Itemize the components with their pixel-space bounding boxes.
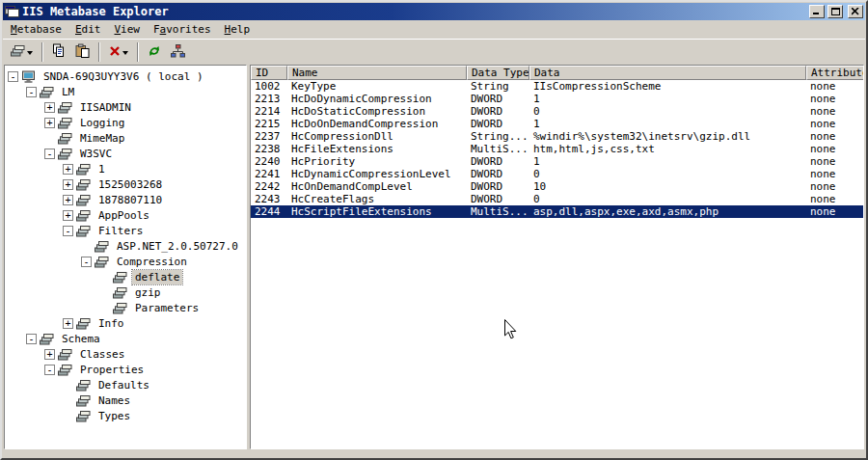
- expand-box[interactable]: +: [63, 164, 73, 175]
- menu-item-edit[interactable]: Edit: [68, 21, 108, 38]
- menu-item-view[interactable]: View: [107, 21, 147, 38]
- tree-item-deflate[interactable]: deflate: [8, 269, 246, 284]
- tree-item-filters[interactable]: -Filters: [8, 223, 246, 238]
- tree-label: Info: [95, 316, 127, 331]
- paste-button[interactable]: [70, 41, 95, 63]
- tree-item-asp-net-2-0-50727-0[interactable]: ASP.NET_2.0.50727.0: [8, 238, 246, 254]
- tree-item-types[interactable]: Types: [8, 408, 246, 423]
- tree-indent: [8, 200, 63, 201]
- expand-box[interactable]: +: [63, 179, 73, 190]
- copy-button[interactable]: [47, 41, 70, 63]
- tree-item-snda-69q3uyy3v6-local[interactable]: -SNDA-69Q3UYY3V6 ( local ): [8, 68, 246, 84]
- toolbar-separator: [41, 42, 43, 62]
- cell-id: 2237: [251, 130, 287, 143]
- tree-indent: [8, 400, 63, 401]
- tree-item-info[interactable]: +Info: [8, 315, 246, 331]
- tree-item-iisadmin[interactable]: +IISADMIN: [8, 99, 246, 115]
- column-header-id[interactable]: ID: [251, 66, 287, 80]
- collapse-box[interactable]: -: [26, 87, 37, 97]
- tree-label: 1: [95, 162, 108, 176]
- tree-item-lm[interactable]: -LM: [8, 84, 246, 99]
- tree-label: Compression: [114, 255, 190, 269]
- cell-data-type: DWORD: [467, 93, 529, 105]
- list-row-2213[interactable]: 2213HcDoDynamicCompressionDWORD1none: [251, 93, 863, 105]
- stack-icon: [76, 225, 92, 236]
- close-button[interactable]: [848, 5, 863, 18]
- column-header-name[interactable]: Name: [287, 66, 467, 80]
- list-row-2244[interactable]: 2244HcScriptFileExtensionsMultiS...asp,d…: [251, 205, 863, 218]
- tree-item-1525003268[interactable]: +1525003268: [8, 176, 246, 192]
- computer-icon: [21, 70, 37, 82]
- new-key-button[interactable]: [6, 41, 38, 63]
- list-row-2237[interactable]: 2237HcCompressionDllString...%windir%\sy…: [251, 130, 863, 143]
- menu-item-metabase[interactable]: Metabase: [4, 21, 68, 38]
- list-row-2240[interactable]: 2240HcPriorityDWORD1none: [251, 155, 863, 168]
- tree-item-1878807110[interactable]: +1878807110: [8, 192, 246, 207]
- minimize-button[interactable]: [809, 5, 825, 18]
- list-row-1002[interactable]: 1002KeyTypeStringIIsCompressionSchemenon…: [251, 80, 863, 93]
- tree-item-schema[interactable]: -Schema: [8, 331, 246, 346]
- tree-item-compression[interactable]: -Compression: [8, 254, 246, 269]
- tree-item-1[interactable]: +1: [8, 161, 246, 176]
- collapse-box[interactable]: -: [63, 226, 73, 236]
- list-row-2241[interactable]: 2241HcDynamicCompressionLevelDWORD0none: [251, 168, 863, 180]
- cell-name: HcOnDemandCompLevel: [287, 180, 467, 193]
- tree-item-gzip[interactable]: gzip: [8, 284, 246, 300]
- tree-item-parameters[interactable]: Parameters: [8, 300, 246, 315]
- tree-item-mimemap[interactable]: MimeMap: [8, 130, 246, 146]
- refresh-button[interactable]: [143, 41, 166, 63]
- stack-icon: [58, 101, 73, 113]
- toolbar-separator: [137, 42, 139, 62]
- tree-label: W3SVC: [77, 147, 115, 161]
- menu-item-favorites[interactable]: Favorites: [147, 21, 218, 38]
- view-network-button[interactable]: [166, 41, 190, 63]
- tree-indent: [8, 138, 44, 139]
- tree-indent: [8, 184, 63, 185]
- expand-box[interactable]: +: [44, 102, 55, 113]
- tree-item-apppools[interactable]: +AppPools: [8, 207, 246, 223]
- cell-data-type: String...: [467, 130, 529, 143]
- toolbar: [3, 39, 865, 65]
- expand-box[interactable]: +: [63, 318, 73, 329]
- tree-label: SNDA-69Q3UYY3V6 ( local ): [41, 69, 206, 84]
- tree-item-properties[interactable]: -Properties: [8, 362, 246, 377]
- dropdown-arrow-icon[interactable]: [27, 51, 33, 58]
- expand-box[interactable]: +: [44, 349, 55, 360]
- title-bar[interactable]: IIS Metabase Explorer: [3, 3, 865, 20]
- column-header-data-type[interactable]: Data Type: [467, 66, 529, 80]
- tree-indent: [8, 92, 26, 93]
- metabase-tree: -SNDA-69Q3UYY3V6 ( local )-LM+IISADMIN+L…: [4, 65, 247, 449]
- tree-item-defaults[interactable]: Defaults: [8, 377, 246, 392]
- stack-icon: [58, 348, 73, 360]
- expand-box[interactable]: +: [44, 118, 55, 128]
- tree-item-names[interactable]: Names: [8, 392, 246, 408]
- list-row-2238[interactable]: 2238HcFileExtensionsMultiS...htm,html,js…: [251, 143, 863, 155]
- collapse-box[interactable]: -: [44, 149, 55, 159]
- cell-data-type: DWORD: [467, 105, 529, 118]
- delete-button[interactable]: [104, 41, 133, 63]
- list-row-2243[interactable]: 2243HcCreateFlagsDWORD0none: [251, 193, 863, 205]
- maximize-button[interactable]: [827, 5, 843, 18]
- tree-label: Filters: [95, 224, 146, 238]
- tree-item-w3svc[interactable]: -W3SVC: [8, 146, 246, 161]
- column-header-attributes[interactable]: Attributes: [806, 66, 864, 80]
- expand-box[interactable]: +: [63, 210, 73, 221]
- collapse-box[interactable]: -: [8, 71, 18, 82]
- column-header-data[interactable]: Data: [529, 66, 806, 80]
- expand-box[interactable]: +: [63, 195, 73, 205]
- menu-item-help[interactable]: Help: [218, 21, 258, 38]
- list-row-2242[interactable]: 2242HcOnDemandCompLevelDWORD10none: [251, 180, 863, 193]
- tree-item-classes[interactable]: +Classes: [8, 346, 246, 362]
- tree-indent: [8, 246, 81, 247]
- collapse-box[interactable]: -: [26, 334, 37, 344]
- collapse-box[interactable]: -: [44, 365, 55, 375]
- tree-item-logging[interactable]: +Logging: [8, 115, 246, 130]
- tree-indent: [8, 153, 44, 154]
- cell-attributes: none: [806, 80, 863, 93]
- dropdown-arrow-icon[interactable]: [122, 51, 128, 58]
- list-row-2215[interactable]: 2215HcDoOnDemandCompressionDWORD1none: [251, 118, 863, 130]
- collapse-box[interactable]: -: [81, 257, 92, 267]
- cell-attributes: none: [806, 205, 863, 218]
- tree-indent: [8, 354, 44, 355]
- list-row-2214[interactable]: 2214HcDoStaticCompressionDWORD0none: [251, 105, 863, 118]
